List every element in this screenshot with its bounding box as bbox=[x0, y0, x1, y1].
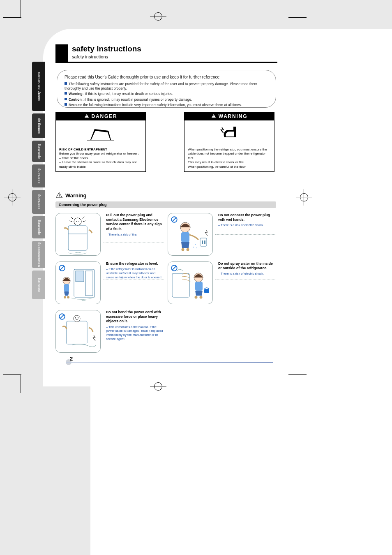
danger-line: – Leave the shelves in place so that chi… bbox=[59, 160, 142, 169]
danger-box: DANGER RISK OF CHILD ENTRAPMENT Before y… bbox=[55, 112, 146, 172]
alert-triangle-icon bbox=[211, 113, 216, 118]
title-rule bbox=[55, 62, 277, 63]
svg-rect-45 bbox=[195, 282, 203, 291]
hand-shock-icon bbox=[217, 123, 242, 142]
svg-point-13 bbox=[78, 221, 79, 222]
tip-heading: Do not connect the power plug with wet h… bbox=[218, 213, 276, 222]
title-blackbox bbox=[55, 44, 68, 62]
sidebar-tab-label: installing bbox=[32, 271, 45, 299]
tip-sub: – There is a risk of fire. bbox=[106, 233, 164, 237]
intro-panel: Please read this User's Guide thoroughly… bbox=[57, 70, 276, 108]
svg-rect-5 bbox=[213, 116, 214, 117]
svg-point-11 bbox=[74, 218, 81, 225]
warning-desc: When positioning the refrigerator, you m… bbox=[184, 145, 274, 171]
tip-text: Do not bend the power cord with excessiv… bbox=[106, 310, 164, 341]
danger-line: RISK OF CHILD ENTRAPMENT bbox=[59, 148, 142, 152]
page-title: safety instructions bbox=[72, 44, 141, 53]
svg-rect-25 bbox=[67, 321, 87, 344]
svg-line-24 bbox=[60, 315, 64, 319]
intro-text: The following safety instructions are pr… bbox=[65, 82, 257, 90]
svg-point-26 bbox=[74, 315, 80, 322]
tip-text: Pull out the power plug and contact a Sa… bbox=[106, 213, 164, 236]
warning-bar: WARNING bbox=[184, 112, 274, 120]
svg-line-42 bbox=[173, 266, 176, 270]
svg-rect-7 bbox=[59, 194, 60, 196]
alert-triangle-icon bbox=[84, 113, 89, 118]
square-bullet-icon bbox=[65, 82, 67, 85]
sidebar-tab: operating bbox=[32, 216, 45, 238]
warning-line: When positioning, be careful of the floo… bbox=[188, 165, 271, 169]
sidebar-tab-label: operating bbox=[32, 164, 45, 187]
intro-bullet: Because the following instructions inclu… bbox=[65, 103, 268, 107]
crop-mark bbox=[3, 374, 21, 375]
intro-bullet: Caution : if this is ignored, it may res… bbox=[65, 97, 268, 102]
tip-illustration bbox=[55, 261, 101, 304]
tip-text: Do not spray water on the inside or outs… bbox=[218, 261, 276, 276]
footer-rule bbox=[66, 362, 273, 363]
svg-rect-37 bbox=[204, 240, 205, 244]
sidebar-tab: troubleshooting bbox=[32, 241, 45, 268]
prohibit-icon bbox=[58, 313, 66, 320]
warning-pictogram bbox=[184, 120, 274, 145]
svg-point-12 bbox=[76, 221, 77, 222]
dotted-rule bbox=[103, 280, 164, 280]
svg-rect-36 bbox=[202, 240, 203, 244]
intro-bullet: The following safety instructions are pr… bbox=[65, 82, 268, 91]
svg-rect-20 bbox=[64, 284, 69, 291]
warning-box: WARNING When positioning the refrigerato… bbox=[184, 112, 274, 172]
svg-rect-32 bbox=[181, 232, 189, 242]
svg-rect-6 bbox=[213, 117, 214, 117]
svg-rect-8 bbox=[59, 197, 60, 197]
svg-point-40 bbox=[196, 247, 197, 248]
fridge-alert-illustration bbox=[56, 213, 101, 256]
tip-illustration bbox=[55, 310, 101, 353]
page-number: 2 bbox=[70, 356, 73, 362]
crop-mark bbox=[21, 375, 21, 393]
sidebar-tab-label: operating bbox=[32, 216, 45, 238]
sidebar-tab-active: safety instructions bbox=[32, 62, 45, 111]
square-bullet-icon bbox=[65, 98, 67, 100]
registration-mark bbox=[150, 8, 166, 25]
warning-subheader: Warning bbox=[55, 192, 87, 199]
sidebar-tabs: safety instructions setting up operating… bbox=[32, 62, 45, 302]
warning-label: WARNING bbox=[219, 113, 248, 119]
page-root: safety instructions setting up operating… bbox=[0, 0, 392, 555]
crop-mark bbox=[21, 0, 21, 18]
tip-heading: Ensure the refrigerator is level. bbox=[106, 261, 164, 266]
subsection-bar: Concerning the power plug bbox=[55, 201, 276, 208]
sidebar-tab-label: setting up bbox=[32, 113, 45, 138]
registration-mark bbox=[150, 378, 166, 395]
svg-point-47 bbox=[200, 296, 203, 299]
tip-illustration bbox=[55, 213, 101, 256]
warning-word: Warning bbox=[65, 192, 87, 199]
intro-text: : if this is ignored, it may result in d… bbox=[83, 92, 173, 96]
intro-text: Because the following instructions inclu… bbox=[69, 103, 242, 107]
danger-pictogram bbox=[56, 120, 145, 145]
intro-label: Warning bbox=[69, 92, 83, 96]
sidebar-tab: installing bbox=[32, 271, 45, 299]
subsection-bar-label: Concerning the power plug bbox=[59, 203, 107, 207]
warning-line: This may result in electric shock or fir… bbox=[188, 160, 271, 164]
sidebar-tab: operating bbox=[32, 141, 45, 162]
svg-rect-48 bbox=[204, 289, 209, 293]
intro-text: : if this is ignored, it may result in p… bbox=[83, 97, 192, 102]
sidebar-tab: setting up bbox=[32, 113, 45, 138]
tip-card: Pull out the power plug and contact a Sa… bbox=[55, 213, 101, 256]
tip-sub: – There is a risk of electric shock. bbox=[218, 272, 276, 276]
svg-point-38 bbox=[195, 244, 196, 245]
danger-bar: DANGER bbox=[56, 112, 145, 120]
registration-mark bbox=[296, 189, 312, 206]
sidebar-tab-label: operating bbox=[32, 141, 45, 162]
dotted-rule bbox=[215, 280, 276, 280]
svg-rect-35 bbox=[200, 238, 207, 246]
tip-card: Do not spray water on the inside or outs… bbox=[168, 261, 213, 304]
square-bullet-icon bbox=[65, 92, 67, 95]
dotted-rule bbox=[103, 243, 164, 243]
crop-mark bbox=[288, 374, 307, 375]
tip-heading: Do not bend the power cord with excessiv… bbox=[106, 310, 164, 324]
svg-rect-17 bbox=[76, 271, 84, 282]
danger-desc: RISK OF CHILD ENTRAPMENT Before you thro… bbox=[56, 145, 145, 171]
title-rule-blue bbox=[55, 64, 277, 64]
svg-point-46 bbox=[195, 296, 198, 299]
tip-text: Do not connect the power plug with wet h… bbox=[218, 213, 276, 227]
